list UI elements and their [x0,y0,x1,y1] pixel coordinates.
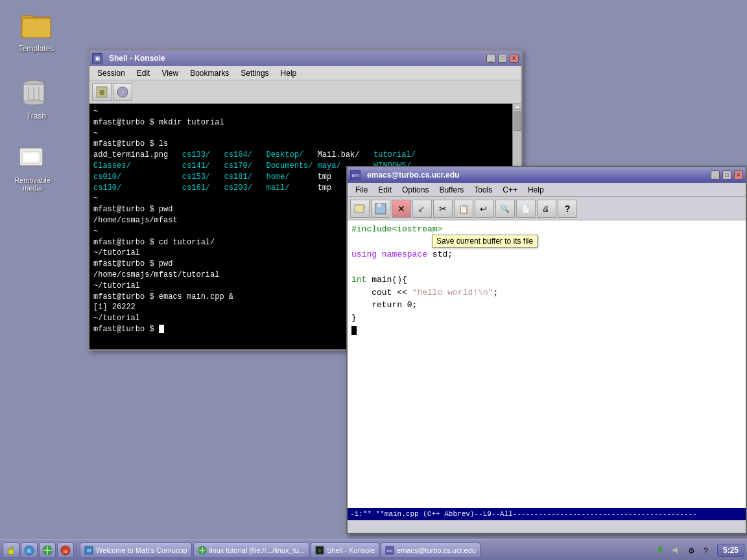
taskbar-tutorial-btn[interactable]: linux tutorial [file://.../linux_tu... [193,542,309,558]
konsole-maximize-btn[interactable]: □ [498,54,507,63]
emacs-toolbar-help[interactable]: ? [558,200,577,218]
terminal-line: mfast@turbo $ ls [93,139,517,150]
emacs-menu-edit[interactable]: Edit [373,184,397,196]
emacs-menu-cpp[interactable]: C++ [497,184,523,196]
taskbar-clock: 5:25 [717,544,744,557]
konsole-title: Shell - Konsole [105,54,484,63]
emacs-menubar: File Edit Options Buffers Tools C++ Help [348,183,746,197]
emacs-toolbar-undo[interactable]: ↙ [412,200,432,218]
emacs-menu-file[interactable]: File [350,184,373,196]
save-tooltip: Save current buffer to its file [432,235,538,248]
svg-text:📋: 📋 [458,204,469,215]
taskbar-shell-btn[interactable]: $ Shell - Konsole [311,542,379,558]
drive-icon [17,143,48,174]
konsole-menu-edit[interactable]: Edit [132,67,156,79]
taskbar-emacs-btn[interactable]: em emacs@turbo.cs.ucr.edu [381,542,480,558]
code-line [351,236,742,249]
konsole-menu-help[interactable]: Help [276,67,302,79]
code-line: using namespace std; [351,248,742,261]
taskbar-shell-label: Shell - Konsole [327,546,375,554]
konsole-menu-settings[interactable]: Settings [235,67,274,79]
taskbar-welcome-btn[interactable]: W Welcome to Matt's Cornucop [80,542,192,558]
terminal-line: ~ [93,106,517,117]
emacs-menu-options[interactable]: Options [397,184,434,196]
emacs-toolbar: ✕ ↙ ✂ 📋 ↩ 🔍 📄 🖨 [348,197,746,220]
konsole-toolbar-btn1[interactable]: ⊞ [92,83,112,101]
emacs-editor[interactable]: #include<iostream> using namespace std; … [348,220,746,516]
code-line: int main(){ [351,274,742,286]
trash-label: Trash [27,111,46,121]
emacs-maximize-btn[interactable]: □ [722,170,731,180]
emacs-toolbar-cut[interactable]: ✂ [433,200,453,218]
terminal-line: add_terminal.png cs133/ cs164/ Desktop/ … [93,150,517,161]
emacs-toolbar-btn8[interactable]: 🔍 [495,200,515,218]
trash-icon[interactable]: Trash [10,78,62,121]
code-line: cout << "hello world!\n"; [351,286,742,299]
konsole-window-icon: ▣ [92,53,102,64]
emacs-toolbar-open[interactable] [350,200,370,218]
taskbar: K ie W Welcome to Matt's Cornucop linux … [0,539,747,560]
svg-rect-2 [22,18,51,38]
emacs-toolbar-paste[interactable]: 📋 [454,200,473,218]
emacs-minibuffer[interactable] [348,520,746,533]
emacs-menu-tools[interactable]: Tools [469,184,497,196]
tray-icon-volume[interactable] [669,544,682,557]
konsole-titlebar: ▣ Shell - Konsole _ □ ✕ [89,51,521,66]
svg-text:em: em [387,549,392,553]
emacs-title: emacs@turbo.cs.ucr.edu [363,170,708,180]
code-line: } [351,312,742,325]
tray-icon-leaf[interactable] [654,544,667,557]
konsole-close-btn[interactable]: ✕ [510,54,519,63]
tray-icon-help[interactable]: ? [700,544,713,557]
svg-text:🖨: 🖨 [542,205,549,213]
emacs-toolbar-close[interactable]: ✕ [392,200,411,218]
taskbar-lock-btn[interactable] [3,542,19,558]
emacs-close-btn[interactable]: ✕ [734,170,743,180]
konsole-toolbar-btn2[interactable]: ↑ [113,83,132,101]
emacs-titlebar: em emacs@turbo.cs.ucr.edu _ □ ✕ [348,167,746,183]
taskbar-separator [77,544,77,557]
removable-media-label: Removable media [6,176,58,192]
konsole-menubar: Session Edit View Bookmarks Settings Hel… [89,66,521,80]
taskbar-browser-btn[interactable] [39,542,56,558]
svg-marker-17 [364,205,366,207]
taskbar-tray: ⚙ ? [651,544,716,557]
svg-rect-16 [355,205,364,213]
emacs-toolbar-container: ✕ ↙ ✂ 📋 ↩ 🔍 📄 🖨 [348,197,746,220]
svg-text:$: $ [318,548,322,554]
emacs-menu-help[interactable]: Help [523,184,549,196]
svg-text:↙: ↙ [418,204,425,214]
emacs-toolbar-btn9[interactable]: 📄 [516,200,536,218]
svg-rect-26 [8,550,14,554]
templates-label: Templates [19,44,54,53]
emacs-window: em emacs@turbo.cs.ucr.edu _ □ ✕ File Edi… [346,166,747,534]
removable-media-icon[interactable]: Removable media [6,143,58,192]
emacs-toolbar-save[interactable] [371,200,390,218]
svg-text:📄: 📄 [521,204,530,213]
svg-rect-19 [377,204,381,207]
taskbar-app1-btn[interactable]: K [21,542,38,558]
svg-text:↩: ↩ [480,204,487,214]
emacs-minimize-btn[interactable]: _ [711,170,720,180]
cursor-line [351,324,742,337]
taskbar-internet-btn[interactable]: ie [57,542,74,558]
svg-text:?: ? [704,546,708,555]
konsole-menu-session[interactable]: Session [92,67,130,79]
svg-text:⊞: ⊞ [99,89,104,96]
folder-icon [21,10,52,41]
svg-marker-43 [672,546,678,554]
konsole-menu-bookmarks[interactable]: Bookmarks [185,67,234,79]
emacs-statusbar-text: -1:** **main.cpp (C++ Abbrev)--L9--All--… [350,510,697,518]
tray-icon-settings[interactable]: ⚙ [685,544,698,557]
emacs-toolbar-btn7[interactable]: ↩ [475,200,494,218]
emacs-toolbar-btn10[interactable]: 🖨 [537,200,556,218]
trash-icon-img [21,78,52,109]
templates-icon[interactable]: Templates [10,10,62,53]
konsole-minimize-btn[interactable]: _ [486,54,495,63]
svg-text:W: W [87,548,91,553]
svg-rect-11 [23,153,39,162]
emacs-menu-buffers[interactable]: Buffers [434,184,469,196]
svg-text:⚙: ⚙ [688,546,695,555]
code-line: return 0; [351,299,742,312]
konsole-menu-view[interactable]: View [156,67,184,79]
